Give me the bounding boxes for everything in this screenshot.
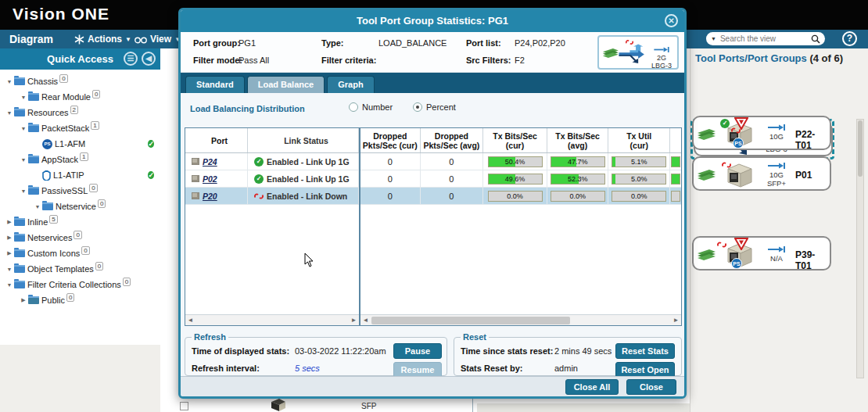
reset-group: Reset Time since stats reset: 2 mins 49 … — [454, 332, 682, 376]
card-p39-t01[interactable]: PS N/A P39-T01 — [692, 236, 831, 270]
table-row[interactable]: P02 Enabled - Link Up 1G — [185, 170, 359, 188]
card-speed: 10G — [759, 132, 794, 141]
expand-arrow[interactable]: ▼ — [19, 157, 28, 163]
tree-label[interactable]: Public — [41, 296, 65, 305]
help-icon[interactable]: ? — [842, 31, 857, 46]
radio-percent[interactable]: Percent — [413, 102, 456, 112]
tree-label[interactable]: Filter Criteria Collections — [27, 280, 121, 289]
reset-stats-button[interactable]: Reset Stats — [615, 343, 675, 359]
tree-label[interactable]: AppStack — [41, 155, 78, 164]
table-row-selected[interactable]: P20 Enabled - Link Down — [185, 188, 359, 205]
table-row[interactable]: 0 0 49.6% 52.3% 5.0% — [360, 170, 681, 188]
fixed-pane-hscrollbar[interactable]: ◄► — [185, 314, 359, 325]
actions-menu[interactable]: Actions▼ — [74, 30, 131, 48]
tree-item-appstack[interactable]: ▼AppStack1 — [0, 152, 160, 167]
port-group-icon-box: 2G LBG-3 — [597, 35, 679, 70]
table-row-selected[interactable]: 0 0 0.0% 0.0% 0.0% — [360, 188, 681, 205]
tree-label[interactable]: Chassis — [27, 77, 58, 86]
tab-standard[interactable]: Standard — [185, 76, 245, 93]
tree-item-netservice[interactable]: ▼Netservice0 — [0, 199, 160, 214]
search-input[interactable] — [720, 34, 807, 43]
tree-label[interactable]: Rear Module — [41, 92, 91, 102]
scroll-left-icon[interactable]: ◄ — [185, 316, 195, 325]
tree-item-custom-icons[interactable]: ▶Custom Icons0 — [0, 245, 160, 261]
card-p22-t01[interactable]: PS 10G P22-T01 — [692, 116, 831, 150]
expand-arrow[interactable]: ▼ — [5, 267, 14, 272]
underlay-checkbox[interactable] — [180, 402, 188, 410]
expand-arrow[interactable]: ▼ — [5, 282, 14, 288]
tree-item-chassis[interactable]: ▼Chassis0 — [0, 73, 160, 89]
tree-label[interactable]: Inline — [27, 217, 48, 227]
tree-label[interactable]: L1-ATIP — [53, 170, 84, 180]
expand-arrow[interactable]: ▼ — [19, 95, 28, 100]
expand-arrow[interactable]: ▶ — [5, 219, 14, 225]
tree-item-packetstack[interactable]: ▼PacketStack1 — [0, 120, 160, 136]
tree-item-inline[interactable]: ▶Inline5 — [0, 214, 160, 230]
card-p01[interactable]: 10G SFP+ P01 — [692, 156, 831, 191]
table-row[interactable]: 0 0 50.4% 47.7% 5.1% — [360, 153, 681, 170]
expand-arrow[interactable]: ▼ — [5, 110, 14, 116]
tree-item-rear-module[interactable]: ▼Rear Module0 — [0, 89, 160, 105]
tab-diagram[interactable]: Diagram — [9, 30, 53, 48]
port-link[interactable]: P24 — [203, 157, 217, 167]
scroll-left-icon[interactable]: ◄ — [360, 316, 371, 325]
view-menu[interactable]: View▼ — [135, 30, 181, 48]
scrollbar-thumb[interactable] — [371, 317, 570, 324]
scrollbar-thumb[interactable] — [858, 120, 863, 177]
resume-button[interactable]: Resume — [393, 362, 442, 378]
tree-label[interactable]: Netservice — [56, 202, 96, 211]
expand-arrow[interactable]: ▶ — [5, 250, 14, 256]
menu-icon[interactable]: ☰ — [124, 52, 138, 66]
tree-label[interactable]: PassiveSSL — [41, 186, 88, 195]
tree-item-l1-afm[interactable]: PSL1-AFM — [0, 136, 160, 152]
scroll-right-icon[interactable]: ► — [671, 316, 681, 325]
search-box[interactable]: ▼ — [706, 32, 825, 45]
table-row[interactable]: P24 Enabled - Link Up 1G — [185, 153, 359, 170]
tree-item-passivessl[interactable]: ▼PassiveSSL0 — [0, 183, 160, 199]
search-icon[interactable] — [811, 34, 820, 44]
reset-open-button[interactable]: Reset Open — [615, 362, 675, 378]
pause-button[interactable]: Pause — [393, 343, 442, 359]
close-button[interactable]: Close — [626, 379, 676, 395]
expand-arrow[interactable]: ▼ — [5, 79, 14, 84]
tree-item-object-templates[interactable]: ▼Object Templates0 — [0, 261, 160, 277]
expand-arrow[interactable]: ▼ — [19, 188, 28, 194]
scroll-pane-hscrollbar[interactable]: ◄► — [360, 314, 681, 325]
utilization-bar: 49.6% — [488, 174, 543, 185]
table-fixed-pane: Port Link Status P24 Enabled - Link Up 1… — [185, 127, 360, 326]
expand-arrow[interactable]: ▶ — [19, 297, 28, 303]
tree-item-resources[interactable]: ▼Resources2 — [0, 105, 160, 120]
filter-dropdown-icon[interactable]: ▼ — [711, 36, 716, 41]
expand-arrow[interactable]: ▼ — [33, 204, 42, 210]
tree-item-netservices[interactable]: ▶Netservices0 — [0, 230, 160, 245]
close-all-button[interactable]: Close All — [565, 379, 619, 395]
tab-load-balance[interactable]: Load Balance — [247, 76, 325, 93]
mouse-cursor — [304, 253, 314, 267]
tree-label[interactable]: Netservices — [27, 233, 72, 242]
port-link[interactable]: P02 — [203, 174, 217, 184]
collapse-panel-icon[interactable]: ◀ — [142, 52, 156, 66]
quick-access-header: Quick Access ☰ ◀ — [0, 48, 160, 70]
packetstack-icon: PS — [42, 139, 52, 149]
expand-arrow[interactable]: ▼ — [19, 126, 28, 131]
header-link-status: Link Status — [248, 128, 359, 152]
radio-number[interactable]: Number — [349, 102, 393, 112]
tree-item-l1-atip[interactable]: L1-ATIP — [0, 167, 160, 183]
tree-label[interactable]: Object Templates — [27, 264, 94, 274]
scroll-right-icon[interactable]: ► — [349, 316, 359, 325]
tree-item-filter-criteria-collections[interactable]: ▼Filter Criteria Collections0 — [0, 277, 160, 292]
expand-arrow[interactable]: ▶ — [5, 235, 14, 241]
tree-label[interactable]: L1-AFM — [55, 139, 85, 149]
tree-label[interactable]: Custom Icons — [27, 249, 80, 258]
quick-access-title: Quick Access — [47, 53, 113, 65]
tree-label[interactable]: PacketStack — [41, 124, 89, 133]
tree-label[interactable]: Resources — [27, 108, 69, 117]
port-link[interactable]: P20 — [203, 192, 217, 201]
radio-icon[interactable] — [349, 102, 358, 112]
tree-item-public[interactable]: ▶Public0 — [0, 292, 160, 308]
radio-icon[interactable] — [413, 102, 422, 112]
tab-graph[interactable]: Graph — [327, 76, 374, 93]
close-icon[interactable]: ✕ — [665, 14, 678, 27]
refresh-interval-link[interactable]: 5 secs — [295, 364, 320, 373]
panel-scrollbar[interactable] — [856, 119, 864, 378]
